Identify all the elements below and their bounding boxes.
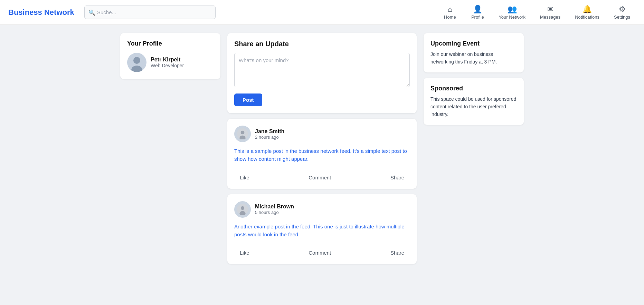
header: Business Network 🔍 ⌂ Home 👤 Profile 👥 Yo… <box>0 0 644 25</box>
upcoming-event-card: Upcoming Event Join our webinar on busin… <box>424 33 524 72</box>
comment-button-1[interactable]: Comment <box>303 248 337 257</box>
sponsored-card: Sponsored This space could be used for s… <box>424 78 524 125</box>
like-button-1[interactable]: Like <box>234 248 255 257</box>
sponsored-text: This space could be used for sponsored c… <box>430 96 517 118</box>
post-card-1: Michael Brown 5 hours ago Another exampl… <box>227 194 417 264</box>
avatar <box>127 53 146 72</box>
sponsored-title: Sponsored <box>430 85 517 92</box>
profile-card-title: Your Profile <box>127 40 214 47</box>
nav-item-profile[interactable]: 👤 Profile <box>465 2 490 22</box>
avatar-image <box>127 53 146 72</box>
upcoming-event-title: Upcoming Event <box>430 40 517 47</box>
post-avatar-image-0 <box>237 128 248 139</box>
upcoming-event-text: Join our webinar on business networking … <box>430 51 517 66</box>
brand-title: Business Network <box>8 8 77 17</box>
nav-label-your-network: Your Network <box>499 14 525 20</box>
bell-icon: 🔔 <box>583 5 592 14</box>
search-wrapper: 🔍 <box>84 6 216 19</box>
post-textarea[interactable] <box>234 53 410 87</box>
right-sidebar: Upcoming Event Join our webinar on busin… <box>424 33 524 130</box>
post-author-0: Jane Smith <box>255 128 284 135</box>
nav-item-notifications[interactable]: 🔔 Notifications <box>569 2 605 22</box>
post-content-0: This is a sample post in the business ne… <box>234 147 410 163</box>
person-icon: 👤 <box>473 5 482 14</box>
nav-bar: ⌂ Home 👤 Profile 👥 Your Network ✉ Messag… <box>438 2 636 22</box>
post-header-0: Jane Smith 2 hours ago <box>234 126 410 142</box>
post-button[interactable]: Post <box>234 94 262 106</box>
nav-item-settings[interactable]: ⚙ Settings <box>608 2 636 22</box>
people-icon: 👥 <box>508 5 517 14</box>
nav-item-home[interactable]: ⌂ Home <box>438 2 462 22</box>
nav-item-your-network[interactable]: 👥 Your Network <box>493 2 531 22</box>
profile-role: Web Developer <box>151 63 184 68</box>
svg-point-7 <box>241 206 245 210</box>
comment-button-0[interactable]: Comment <box>303 173 337 182</box>
share-update-title: Share an Update <box>234 40 410 48</box>
main-layout: Your Profile Petr Kirpeit Web Developer <box>115 33 529 269</box>
post-author-1: Michael Brown <box>255 204 294 210</box>
svg-point-4 <box>241 131 245 135</box>
search-icon: 🔍 <box>88 9 95 16</box>
post-time-0: 2 hours ago <box>255 135 284 140</box>
left-sidebar: Your Profile Petr Kirpeit Web Developer <box>120 33 220 85</box>
post-card-0: Jane Smith 2 hours ago This is a sample … <box>227 119 417 189</box>
share-update-card: Share an Update Post <box>227 33 417 113</box>
center-feed: Share an Update Post Jane Smith 2 hours … <box>227 33 417 269</box>
profile-card: Your Profile Petr Kirpeit Web Developer <box>120 33 220 79</box>
svg-point-1 <box>133 57 140 64</box>
post-meta-1: Michael Brown 5 hours ago <box>255 204 294 215</box>
home-icon: ⌂ <box>448 5 452 14</box>
nav-label-messages: Messages <box>540 14 560 20</box>
nav-label-profile: Profile <box>471 14 484 20</box>
post-header-1: Michael Brown 5 hours ago <box>234 201 410 218</box>
post-time-1: 5 hours ago <box>255 210 294 215</box>
post-actions-0: Like Comment Share <box>234 169 410 182</box>
nav-label-notifications: Notifications <box>575 14 599 20</box>
profile-name: Petr Kirpeit <box>151 57 184 63</box>
profile-info: Petr Kirpeit Web Developer <box>151 57 184 68</box>
post-avatar-image-1 <box>237 204 248 215</box>
gear-icon: ⚙ <box>619 5 626 14</box>
nav-label-home: Home <box>444 14 456 20</box>
post-actions-1: Like Comment Share <box>234 244 410 257</box>
mail-icon: ✉ <box>547 5 553 14</box>
search-input[interactable] <box>84 6 216 19</box>
post-avatar-1 <box>234 201 251 218</box>
share-button-0[interactable]: Share <box>385 173 410 182</box>
nav-label-settings: Settings <box>614 14 630 20</box>
nav-item-messages[interactable]: ✉ Messages <box>534 2 566 22</box>
post-content-1: Another example post in the feed. This o… <box>234 223 410 239</box>
like-button-0[interactable]: Like <box>234 173 255 182</box>
profile-row: Petr Kirpeit Web Developer <box>127 53 214 72</box>
share-button-1[interactable]: Share <box>385 248 410 257</box>
post-avatar-0 <box>234 126 251 142</box>
post-meta-0: Jane Smith 2 hours ago <box>255 128 284 140</box>
